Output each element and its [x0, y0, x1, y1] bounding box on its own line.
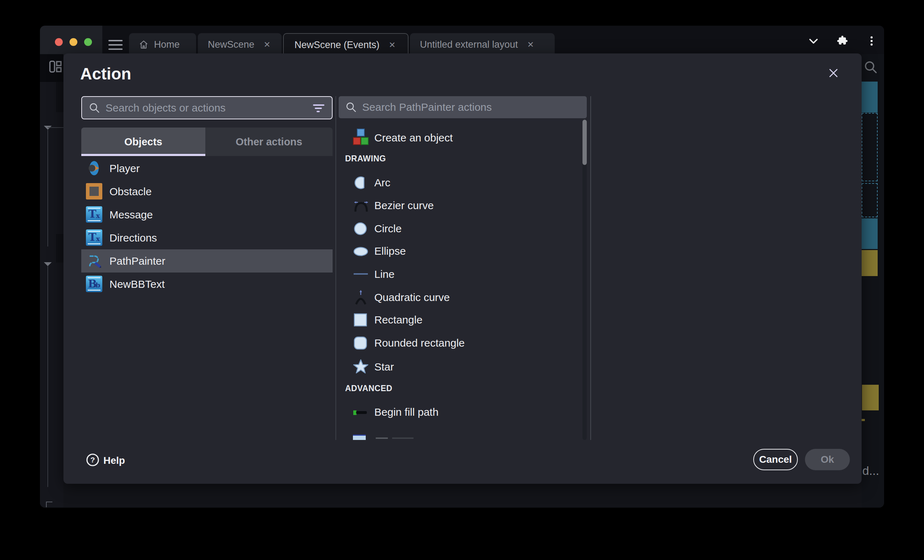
actions-search-field[interactable]: [339, 96, 587, 118]
object-row-obstacle[interactable]: Obstacle: [81, 180, 333, 203]
action-label: Bezier curve: [374, 199, 434, 212]
tab-newscene-events[interactable]: NewScene (Events) ✕: [283, 33, 408, 56]
tab-label: Home: [154, 39, 180, 50]
event-block-olive-dash: [862, 419, 865, 421]
object-row-player[interactable]: Player: [81, 157, 333, 180]
list-right-divider: [590, 96, 591, 440]
action-row-create-object[interactable]: Create an object: [339, 127, 574, 149]
tab-bar: Home NewScene ✕ NewScene (Events) ✕ Unti…: [40, 25, 884, 56]
object-row-pathpainter[interactable]: PathPainter: [81, 249, 333, 273]
action-label: Ellipse: [374, 245, 406, 257]
action-row-ellipse[interactable]: Ellipse: [339, 240, 574, 262]
search-icon[interactable]: [863, 60, 879, 75]
ok-button[interactable]: Ok: [805, 449, 850, 470]
filter-icon[interactable]: [312, 103, 326, 113]
event-block-fragment: [56, 82, 63, 112]
scrollbar-thumb[interactable]: [582, 120, 587, 165]
fold-line: [48, 127, 63, 128]
scrollbar-track[interactable]: [582, 120, 587, 440]
fold-triangle-icon[interactable]: [44, 262, 52, 266]
tab-label: NewScene (Events): [294, 39, 380, 51]
tab-label: Untitled external layout: [420, 39, 518, 50]
circle-icon: [353, 221, 368, 236]
event-block-olive: [862, 250, 878, 276]
traffic-light-zoom[interactable]: [84, 38, 92, 46]
events-toolbar-fragment: [40, 54, 63, 82]
text-object-icon: T x: [86, 206, 102, 223]
action-label: Rounded rectangle: [374, 337, 465, 349]
object-label: Player: [110, 162, 140, 175]
hamburger-menu-icon[interactable]: [108, 40, 123, 50]
tab-label: NewScene: [208, 39, 255, 50]
action-row-clipped[interactable]: [339, 432, 574, 440]
tab-objects[interactable]: Objects: [81, 127, 206, 156]
clipped-icon: [353, 434, 366, 440]
event-block-teal: [862, 219, 878, 249]
layout-grid-icon: [49, 61, 62, 73]
help-label[interactable]: Help: [104, 455, 125, 466]
ellipse-icon: [353, 247, 369, 256]
object-row-directions[interactable]: T x Directions: [81, 226, 333, 249]
object-row-message[interactable]: T x Message: [81, 203, 333, 226]
chevron-down-icon[interactable]: [807, 35, 819, 47]
action-row-line[interactable]: Line: [339, 263, 574, 285]
traffic-light-close[interactable]: [55, 38, 63, 46]
begin-fill-path-icon: [353, 409, 369, 416]
tab-home[interactable]: Home: [129, 33, 196, 56]
kebab-menu-icon[interactable]: [866, 35, 878, 47]
fold-line: [47, 266, 48, 487]
action-row-star[interactable]: Star: [339, 356, 574, 378]
clipped-text: [392, 437, 414, 439]
tab-other-actions[interactable]: Other actions: [206, 127, 333, 156]
action-row-rounded-rectangle[interactable]: Rounded rectangle: [339, 332, 574, 354]
events-sheet-left-margin: [40, 54, 63, 508]
home-icon: [138, 39, 149, 50]
tab-label: Other actions: [236, 136, 302, 148]
tab-close-icon[interactable]: ✕: [527, 40, 534, 49]
action-row-quadratic-curve[interactable]: Quadratic curve: [339, 286, 574, 308]
tab-close-icon[interactable]: ✕: [264, 40, 271, 49]
traffic-light-minimize[interactable]: [69, 38, 77, 46]
event-drop-target-dashed: [862, 183, 878, 217]
object-label: NewBBText: [110, 278, 165, 290]
close-x-icon[interactable]: [827, 67, 840, 79]
action-row-arc[interactable]: Arc: [339, 172, 574, 194]
path-painter-icon: [86, 253, 102, 269]
puzzle-icon[interactable]: [836, 35, 848, 47]
objects-search-input[interactable]: [105, 102, 312, 114]
tab-newscene[interactable]: NewScene ✕: [198, 33, 282, 56]
app-window: Home NewScene ✕ NewScene (Events) ✕ Unti…: [40, 25, 884, 508]
action-label: Begin fill path: [374, 406, 438, 418]
star-icon: [353, 359, 369, 374]
section-header-drawing: DRAWING: [345, 154, 386, 163]
search-icon: [345, 101, 357, 113]
action-row-rectangle[interactable]: Rectangle: [339, 309, 574, 331]
action-dialog: Action Objects: [63, 54, 862, 484]
help-icon[interactable]: ?: [86, 453, 100, 467]
action-label: Line: [374, 268, 394, 280]
action-label: Star: [374, 361, 394, 373]
object-row-newbbtext[interactable]: B b NewBBText: [81, 273, 333, 296]
tab-untitled-external-layout[interactable]: Untitled external layout ✕: [410, 33, 555, 56]
action-label: Arc: [374, 177, 390, 189]
action-row-begin-fill-path[interactable]: Begin fill path: [339, 401, 574, 423]
titlebar-block: [40, 25, 102, 58]
action-label: Quadratic curve: [374, 291, 450, 304]
obstacle-icon: [86, 183, 102, 199]
action-row-bezier-curve[interactable]: Bezier curve: [339, 195, 574, 217]
action-label: Create an object: [374, 132, 453, 144]
tab-close-icon[interactable]: ✕: [389, 40, 396, 50]
cancel-button[interactable]: Cancel: [753, 449, 798, 470]
actions-search-input[interactable]: [362, 101, 587, 113]
action-row-circle[interactable]: Circle: [339, 218, 574, 240]
rounded-rectangle-icon: [353, 335, 368, 350]
objects-search-field[interactable]: [81, 96, 333, 119]
active-tab-underline: [81, 154, 206, 156]
arc-icon: [353, 175, 368, 190]
tab-label: Objects: [124, 136, 162, 148]
object-label: Obstacle: [110, 186, 152, 198]
screen: Home NewScene ✕ NewScene (Events) ✕ Unti…: [0, 0, 924, 560]
text-object-icon: T x: [86, 229, 102, 246]
search-icon: [88, 102, 100, 114]
rectangle-icon: [353, 312, 368, 327]
